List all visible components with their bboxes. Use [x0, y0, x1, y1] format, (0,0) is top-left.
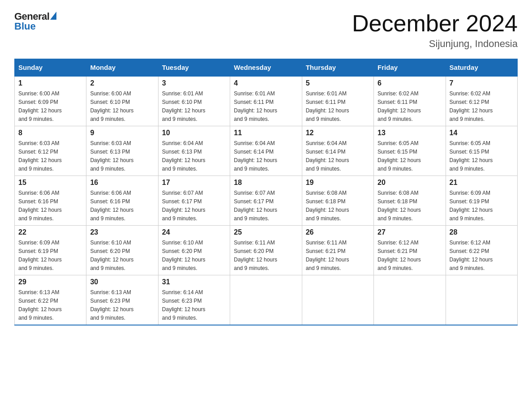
logo: General Blue	[14, 11, 56, 32]
header-monday: Monday	[86, 59, 158, 77]
day-info: Sunrise: 6:01 AMSunset: 6:11 PMDaylight:…	[234, 90, 277, 122]
day-info: Sunrise: 6:06 AMSunset: 6:16 PMDaylight:…	[18, 190, 62, 222]
day-info: Sunrise: 6:02 AMSunset: 6:12 PMDaylight:…	[450, 90, 493, 122]
calendar-cell	[446, 275, 517, 325]
calendar-cell: 30 Sunrise: 6:13 AMSunset: 6:23 PMDaylig…	[86, 275, 158, 325]
day-number: 16	[90, 179, 154, 187]
day-number: 1	[18, 79, 82, 87]
day-number: 26	[306, 228, 370, 236]
day-header-row: Sunday Monday Tuesday Wednesday Thursday…	[15, 59, 518, 77]
day-number: 18	[234, 179, 298, 187]
day-info: Sunrise: 6:10 AMSunset: 6:20 PMDaylight:…	[90, 240, 133, 271]
day-number: 20	[378, 179, 442, 187]
calendar-cell	[302, 275, 373, 325]
day-info: Sunrise: 6:12 AMSunset: 6:21 PMDaylight:…	[378, 240, 421, 271]
day-number: 13	[378, 129, 442, 137]
calendar-cell: 24 Sunrise: 6:10 AMSunset: 6:20 PMDaylig…	[158, 226, 230, 275]
title-block: December 2024 Sijunjung, Indonesia	[352, 11, 518, 50]
calendar-cell: 5 Sunrise: 6:01 AMSunset: 6:11 PMDayligh…	[302, 76, 373, 126]
day-number: 11	[234, 129, 298, 137]
calendar-cell: 11 Sunrise: 6:04 AMSunset: 6:14 PMDaylig…	[230, 126, 302, 176]
header-friday: Friday	[374, 59, 446, 77]
calendar-cell	[230, 275, 302, 325]
day-info: Sunrise: 6:14 AMSunset: 6:23 PMDaylight:…	[162, 289, 206, 321]
day-number: 8	[18, 129, 82, 137]
calendar-header: Sunday Monday Tuesday Wednesday Thursday…	[15, 59, 518, 77]
day-number: 27	[378, 228, 442, 236]
day-info: Sunrise: 6:04 AMSunset: 6:13 PMDaylight:…	[162, 140, 206, 172]
header-wednesday: Wednesday	[230, 59, 302, 77]
day-info: Sunrise: 6:01 AMSunset: 6:10 PMDaylight:…	[162, 90, 206, 122]
day-number: 21	[450, 179, 514, 187]
calendar-week-row: 15 Sunrise: 6:06 AMSunset: 6:16 PMDaylig…	[15, 176, 518, 226]
calendar-cell: 9 Sunrise: 6:03 AMSunset: 6:13 PMDayligh…	[86, 126, 158, 176]
calendar-cell: 14 Sunrise: 6:05 AMSunset: 6:15 PMDaylig…	[446, 126, 517, 176]
day-info: Sunrise: 6:07 AMSunset: 6:17 PMDaylight:…	[162, 190, 206, 222]
calendar-cell: 16 Sunrise: 6:06 AMSunset: 6:16 PMDaylig…	[86, 176, 158, 226]
calendar-cell: 7 Sunrise: 6:02 AMSunset: 6:12 PMDayligh…	[446, 76, 517, 126]
day-info: Sunrise: 6:06 AMSunset: 6:16 PMDaylight:…	[90, 190, 133, 222]
day-info: Sunrise: 6:11 AMSunset: 6:20 PMDaylight:…	[234, 240, 277, 271]
calendar-cell: 12 Sunrise: 6:04 AMSunset: 6:14 PMDaylig…	[302, 126, 373, 176]
day-number: 28	[450, 228, 514, 236]
calendar-cell: 8 Sunrise: 6:03 AMSunset: 6:12 PMDayligh…	[15, 126, 86, 176]
day-info: Sunrise: 6:04 AMSunset: 6:14 PMDaylight:…	[234, 140, 277, 172]
calendar-cell: 22 Sunrise: 6:09 AMSunset: 6:19 PMDaylig…	[15, 226, 86, 275]
calendar-week-row: 8 Sunrise: 6:03 AMSunset: 6:12 PMDayligh…	[15, 126, 518, 176]
day-number: 7	[450, 79, 514, 87]
calendar-cell: 2 Sunrise: 6:00 AMSunset: 6:10 PMDayligh…	[86, 76, 158, 126]
calendar-cell: 25 Sunrise: 6:11 AMSunset: 6:20 PMDaylig…	[230, 226, 302, 275]
calendar-cell: 29 Sunrise: 6:13 AMSunset: 6:22 PMDaylig…	[15, 275, 86, 325]
calendar-cell	[374, 275, 446, 325]
day-info: Sunrise: 6:05 AMSunset: 6:15 PMDaylight:…	[378, 140, 421, 172]
day-info: Sunrise: 6:08 AMSunset: 6:18 PMDaylight:…	[306, 190, 349, 222]
header-sunday: Sunday	[15, 59, 86, 77]
day-info: Sunrise: 6:04 AMSunset: 6:14 PMDaylight:…	[306, 140, 349, 172]
day-info: Sunrise: 6:11 AMSunset: 6:21 PMDaylight:…	[306, 240, 349, 271]
calendar-cell: 6 Sunrise: 6:02 AMSunset: 6:11 PMDayligh…	[374, 76, 446, 126]
calendar-week-row: 29 Sunrise: 6:13 AMSunset: 6:22 PMDaylig…	[15, 275, 518, 325]
day-number: 22	[18, 228, 82, 236]
calendar-subtitle: Sijunjung, Indonesia	[352, 38, 518, 50]
calendar-cell: 23 Sunrise: 6:10 AMSunset: 6:20 PMDaylig…	[86, 226, 158, 275]
day-number: 30	[90, 278, 154, 286]
logo-blue-text: Blue	[14, 21, 36, 32]
day-number: 4	[234, 79, 298, 87]
calendar-cell: 19 Sunrise: 6:08 AMSunset: 6:18 PMDaylig…	[302, 176, 373, 226]
day-info: Sunrise: 6:07 AMSunset: 6:17 PMDaylight:…	[234, 190, 277, 222]
day-info: Sunrise: 6:08 AMSunset: 6:18 PMDaylight:…	[378, 190, 421, 222]
calendar-title: December 2024	[352, 11, 518, 36]
calendar-cell: 28 Sunrise: 6:12 AMSunset: 6:22 PMDaylig…	[446, 226, 517, 275]
day-number: 5	[306, 79, 370, 87]
day-info: Sunrise: 6:01 AMSunset: 6:11 PMDaylight:…	[306, 90, 349, 122]
calendar-cell: 20 Sunrise: 6:08 AMSunset: 6:18 PMDaylig…	[374, 176, 446, 226]
calendar-cell: 13 Sunrise: 6:05 AMSunset: 6:15 PMDaylig…	[374, 126, 446, 176]
calendar-cell: 18 Sunrise: 6:07 AMSunset: 6:17 PMDaylig…	[230, 176, 302, 226]
calendar-cell: 27 Sunrise: 6:12 AMSunset: 6:21 PMDaylig…	[374, 226, 446, 275]
header-tuesday: Tuesday	[158, 59, 230, 77]
day-number: 24	[162, 228, 226, 236]
day-number: 25	[234, 228, 298, 236]
day-number: 31	[162, 278, 226, 286]
day-number: 15	[18, 179, 82, 187]
day-info: Sunrise: 6:10 AMSunset: 6:20 PMDaylight:…	[162, 240, 206, 271]
day-info: Sunrise: 6:12 AMSunset: 6:22 PMDaylight:…	[450, 240, 493, 271]
day-number: 19	[306, 179, 370, 187]
day-info: Sunrise: 6:05 AMSunset: 6:15 PMDaylight:…	[450, 140, 493, 172]
day-number: 2	[90, 79, 154, 87]
calendar-cell: 26 Sunrise: 6:11 AMSunset: 6:21 PMDaylig…	[302, 226, 373, 275]
day-info: Sunrise: 6:00 AMSunset: 6:10 PMDaylight:…	[90, 90, 133, 122]
calendar-week-row: 22 Sunrise: 6:09 AMSunset: 6:19 PMDaylig…	[15, 226, 518, 275]
day-info: Sunrise: 6:03 AMSunset: 6:13 PMDaylight:…	[90, 140, 133, 172]
day-number: 12	[306, 129, 370, 137]
calendar-cell: 21 Sunrise: 6:09 AMSunset: 6:19 PMDaylig…	[446, 176, 517, 226]
calendar-cell: 17 Sunrise: 6:07 AMSunset: 6:17 PMDaylig…	[158, 176, 230, 226]
logo-triangle-icon	[50, 12, 56, 20]
calendar-cell: 10 Sunrise: 6:04 AMSunset: 6:13 PMDaylig…	[158, 126, 230, 176]
day-number: 23	[90, 228, 154, 236]
day-number: 29	[18, 278, 82, 286]
day-info: Sunrise: 6:13 AMSunset: 6:23 PMDaylight:…	[90, 289, 133, 321]
day-number: 3	[162, 79, 226, 87]
day-number: 6	[378, 79, 442, 87]
day-number: 10	[162, 129, 226, 137]
